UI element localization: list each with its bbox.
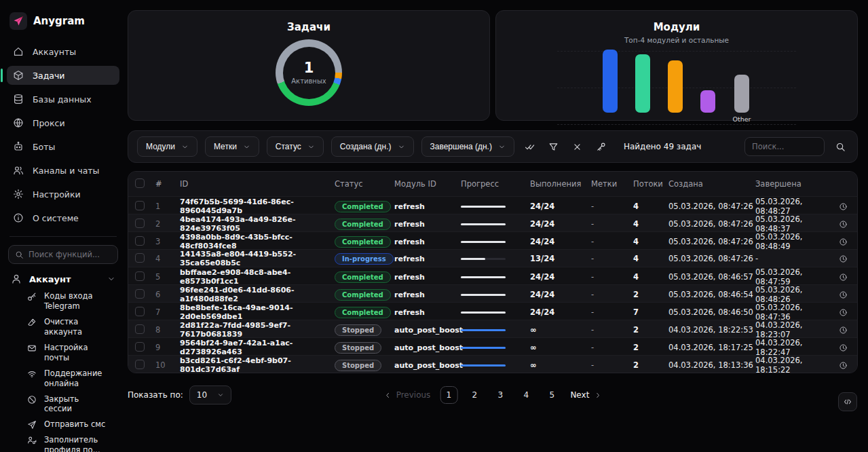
row-checkbox[interactable] bbox=[135, 342, 145, 352]
sidebar-nav: Аккаунты Задачи Базы данных Прокси Боты … bbox=[0, 42, 126, 227]
clear-filters-icon[interactable] bbox=[569, 138, 586, 155]
sidebar-item-2[interactable]: Задачи bbox=[7, 66, 119, 85]
table-row[interactable]: 4 141435a8-e804-4419-b552-35ca65e08b5c I… bbox=[128, 249, 857, 267]
page-button-2[interactable]: 2 bbox=[466, 386, 483, 404]
history-icon[interactable] bbox=[835, 308, 850, 317]
row-number: 6 bbox=[155, 290, 180, 299]
row-number: 8 bbox=[155, 325, 180, 335]
row-checkbox[interactable] bbox=[135, 271, 145, 281]
function-search-input[interactable] bbox=[29, 250, 111, 259]
double-check-icon[interactable] bbox=[522, 138, 538, 155]
row-checkbox[interactable] bbox=[135, 253, 145, 263]
gridline bbox=[557, 124, 796, 125]
row-checkbox[interactable] bbox=[135, 236, 145, 246]
col-number: # bbox=[155, 179, 180, 189]
sidebar-subitem-label: Заполнитель профиля по... bbox=[44, 435, 108, 452]
row-checkbox[interactable] bbox=[135, 219, 145, 228]
table-row[interactable]: 2 4bea4174-493a-4a49-826e-824e39763f05 C… bbox=[128, 214, 857, 231]
home-icon bbox=[13, 46, 24, 57]
row-checkbox[interactable] bbox=[135, 307, 145, 316]
previous-page-button[interactable]: Previous bbox=[384, 390, 431, 400]
sidebar-subitem-4[interactable]: Поддержание онлайна bbox=[27, 369, 126, 389]
sidebar-item-1[interactable]: Аккаунты bbox=[7, 42, 119, 61]
select-all-checkbox[interactable] bbox=[135, 178, 145, 188]
pagination: Previous 12345 Next bbox=[384, 386, 602, 404]
module-id: refresh bbox=[394, 238, 461, 246]
history-icon[interactable] bbox=[835, 220, 850, 229]
progress-bar bbox=[461, 241, 506, 243]
table-row[interactable]: 5 bbffaae2-e908-48c8-abe4-e8573b0f1cc1 C… bbox=[128, 267, 857, 284]
table-row[interactable]: 10 b3cd8261-c6f2-4ebf-9b07-801dc37d63af … bbox=[128, 355, 857, 373]
function-search[interactable] bbox=[8, 245, 118, 264]
row-number: 4 bbox=[155, 254, 180, 263]
sidebar-item-label: О системе bbox=[33, 213, 79, 223]
sidebar-item-7[interactable]: Настройки bbox=[7, 185, 119, 204]
funnel-icon[interactable] bbox=[546, 138, 562, 155]
users-icon bbox=[13, 165, 24, 176]
filter-dropdown-4[interactable]: Создана (дн.) bbox=[331, 136, 414, 157]
row-number: 7 bbox=[155, 307, 180, 317]
sidebar-item-5[interactable]: Боты bbox=[7, 137, 119, 156]
history-icon[interactable] bbox=[835, 238, 850, 246]
filter-dropdown-5[interactable]: Завершена (дн.) bbox=[421, 136, 514, 157]
sidebar-subitem-7[interactable]: Заполнитель профиля по... bbox=[27, 435, 126, 452]
col-threads: Потоки bbox=[633, 179, 668, 189]
next-page-button[interactable]: Next bbox=[570, 390, 601, 400]
table-search-input[interactable] bbox=[752, 142, 817, 151]
table-search[interactable] bbox=[744, 137, 825, 156]
executions: 24/24 bbox=[530, 272, 591, 282]
history-icon[interactable] bbox=[835, 273, 850, 282]
labels: - bbox=[591, 202, 633, 211]
page-button-1[interactable]: 1 bbox=[440, 386, 457, 404]
history-icon[interactable] bbox=[835, 202, 850, 211]
history-icon[interactable] bbox=[835, 326, 850, 335]
table-row[interactable]: 7 8be8befe-16ca-49ae-9014-2d0eb569dbe1 C… bbox=[128, 302, 857, 320]
history-icon[interactable] bbox=[835, 343, 850, 352]
filter-dropdown-2[interactable]: Метки bbox=[205, 136, 259, 157]
page-button-3[interactable]: 3 bbox=[491, 386, 509, 404]
search-submit-icon[interactable] bbox=[832, 138, 848, 155]
labels: - bbox=[591, 219, 633, 229]
executions: 24/24 bbox=[530, 307, 591, 317]
sidebar-item-6[interactable]: Каналы и чаты bbox=[7, 161, 119, 180]
sidebar-subitem-2[interactable]: Очистка аккаунта bbox=[27, 317, 126, 337]
page-button-4[interactable]: 4 bbox=[517, 386, 535, 404]
row-checkbox[interactable] bbox=[135, 289, 145, 299]
sidebar-item-8[interactable]: О системе bbox=[7, 208, 119, 227]
code-view-button[interactable] bbox=[838, 392, 857, 411]
row-number: 9 bbox=[155, 343, 180, 352]
sidebar-subitem-3[interactable]: Настройка почты bbox=[27, 343, 126, 363]
row-checkbox[interactable] bbox=[135, 201, 145, 210]
table-row[interactable]: 8 2d81f22a-7fdd-4985-9ef7-7617b0681839 S… bbox=[128, 320, 857, 337]
history-icon[interactable] bbox=[835, 361, 850, 370]
sidebar-item-label: Боты bbox=[33, 142, 55, 152]
sidebar-item-3[interactable]: Базы данных bbox=[7, 90, 119, 109]
page-button-5[interactable]: 5 bbox=[543, 386, 561, 404]
chevron-down-icon bbox=[398, 143, 405, 151]
module-id: refresh bbox=[394, 273, 461, 282]
labels: - bbox=[591, 254, 633, 263]
history-icon[interactable] bbox=[835, 255, 850, 263]
sidebar-item-label: Прокси bbox=[33, 118, 65, 128]
module-id: auto_post_boost bbox=[394, 343, 461, 352]
sidebar-subitem-1[interactable]: Коды входа Telegram bbox=[27, 291, 126, 312]
sidebar-subitem-5[interactable]: Закрыть сессии bbox=[27, 394, 126, 415]
sidebar-subitem-6[interactable]: Отправить смс bbox=[27, 419, 126, 430]
progress-bar bbox=[461, 258, 506, 260]
filter-key-icon[interactable] bbox=[593, 138, 609, 155]
table-row[interactable]: 6 96fee241-d0e6-41dd-8606-a1f480d88fe2 C… bbox=[128, 284, 857, 302]
bar-label: Other bbox=[733, 115, 751, 124]
filter-dropdown-3[interactable]: Статус bbox=[267, 136, 324, 157]
history-icon[interactable] bbox=[835, 290, 850, 299]
task-id: 74f67b5b-5699-41d6-86ec-8960445d9a7b bbox=[180, 197, 335, 215]
table-row[interactable]: 3 4398a0bb-8d9c-43b5-bfcc-48cf8034fce8 C… bbox=[128, 231, 857, 249]
row-checkbox[interactable] bbox=[135, 324, 145, 334]
table-row[interactable]: 9 9564bf24-9ae7-42a1-a1ac-d2738926a463 S… bbox=[128, 337, 857, 355]
search-icon bbox=[15, 250, 24, 259]
sidebar-item-4[interactable]: Прокси bbox=[7, 113, 119, 132]
filter-dropdown-1[interactable]: Модули bbox=[137, 136, 197, 157]
row-checkbox[interactable] bbox=[135, 360, 145, 369]
sidebar-section-account[interactable]: Аккаунт bbox=[0, 264, 126, 288]
page-size-select[interactable]: 10 bbox=[189, 385, 231, 404]
table-row[interactable]: 1 74f67b5b-5699-41d6-86ec-8960445d9a7b C… bbox=[128, 196, 857, 214]
